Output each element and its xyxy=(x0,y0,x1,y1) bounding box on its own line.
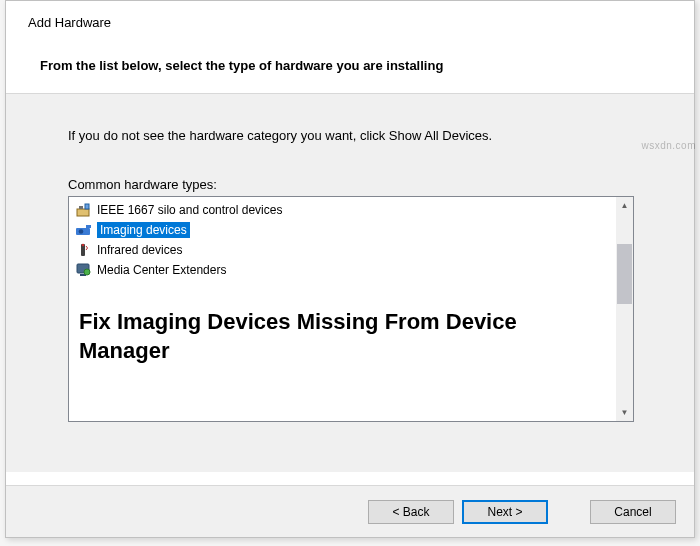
hardware-types-listbox[interactable]: IEEE 1667 silo and control devices Imagi… xyxy=(68,196,634,422)
wizard-content-area: If you do not see the hardware category … xyxy=(6,94,694,472)
list-inner: IEEE 1667 silo and control devices Imagi… xyxy=(69,197,616,421)
scroll-down-button[interactable]: ▼ xyxy=(616,404,633,421)
wizard-instruction: From the list below, select the type of … xyxy=(28,58,672,73)
svg-rect-5 xyxy=(86,225,91,228)
next-button[interactable]: Next > xyxy=(462,500,548,524)
silo-icon xyxy=(75,202,93,218)
wizard-footer: < Back Next > Cancel xyxy=(6,485,694,537)
window-title: Add Hardware xyxy=(28,15,672,30)
overlay-caption: Fix Imaging Devices Missing From Device … xyxy=(71,280,616,365)
svg-rect-2 xyxy=(85,204,89,209)
back-button[interactable]: < Back xyxy=(368,500,454,524)
list-item[interactable]: Media Center Extenders xyxy=(71,260,616,280)
scroll-up-button[interactable]: ▲ xyxy=(616,197,633,214)
list-item-label: Media Center Extenders xyxy=(97,263,226,277)
infrared-icon xyxy=(75,242,93,258)
scrollbar-vertical[interactable]: ▲ ▼ xyxy=(616,197,633,421)
list-item-label: Imaging devices xyxy=(97,222,190,238)
scroll-thumb[interactable] xyxy=(617,244,632,304)
cancel-button[interactable]: Cancel xyxy=(590,500,676,524)
mce-icon xyxy=(75,262,93,278)
svg-point-10 xyxy=(84,269,90,275)
list-item[interactable]: Infrared devices xyxy=(71,240,616,260)
hint-text: If you do not see the hardware category … xyxy=(68,128,634,143)
scroll-track[interactable] xyxy=(616,214,633,404)
list-item-label: Infrared devices xyxy=(97,243,182,257)
svg-rect-0 xyxy=(77,209,89,216)
list-item[interactable]: Imaging devices xyxy=(71,220,616,240)
list-label: Common hardware types: xyxy=(68,177,634,192)
list-item[interactable]: IEEE 1667 silo and control devices xyxy=(71,200,616,220)
watermark-text: wsxdn.com xyxy=(641,140,696,151)
svg-rect-1 xyxy=(79,206,83,209)
wizard-header: Add Hardware From the list below, select… xyxy=(6,1,694,94)
list-item-label: IEEE 1667 silo and control devices xyxy=(97,203,282,217)
imaging-icon xyxy=(75,222,93,238)
add-hardware-wizard-window: Add Hardware From the list below, select… xyxy=(5,0,695,538)
svg-point-7 xyxy=(82,244,85,247)
svg-point-4 xyxy=(79,229,84,234)
